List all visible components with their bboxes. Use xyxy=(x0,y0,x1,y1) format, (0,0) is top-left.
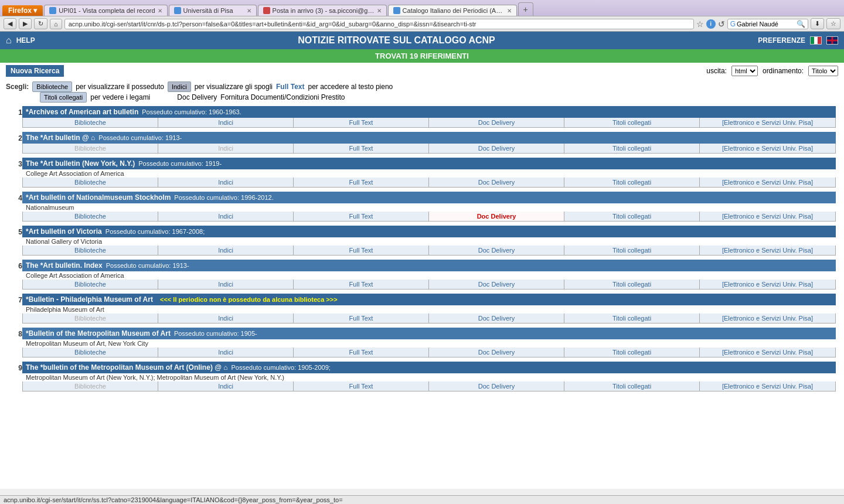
result-num-2: 2 xyxy=(6,132,22,142)
tab-close-1[interactable]: ✕ xyxy=(158,8,162,14)
action-cell-7-3[interactable]: Doc Delivery xyxy=(429,314,564,323)
action-cell-6-0[interactable]: Biblioteche xyxy=(23,280,158,289)
titoli-collegati-legend-btn[interactable]: Titoli collegati xyxy=(40,92,87,103)
main-header: ⌂ HELP NOTIZIE RITROVATE SUL CATALOGO AC… xyxy=(0,32,844,49)
home-nav-button[interactable]: ⌂ xyxy=(50,19,62,29)
action-cell-9-5[interactable]: [Elettronico e Servizi Univ. Pisa] xyxy=(700,382,835,391)
new-tab-button[interactable]: + xyxy=(518,2,533,16)
action-cell-8-5[interactable]: [Elettronico e Servizi Univ. Pisa] xyxy=(700,348,835,357)
result-title-link-2[interactable]: The *Art bulletin @ ⌂ xyxy=(26,134,95,142)
action-cell-4-1[interactable]: Indici xyxy=(158,212,294,221)
action-cell-6-3[interactable]: Doc Delivery xyxy=(429,280,564,289)
action-cell-3-5[interactable]: [Elettronico e Servizi Univ. Pisa] xyxy=(700,178,835,187)
action-cell-7-1[interactable]: Indici xyxy=(158,314,294,323)
action-cell-2-5[interactable]: [Elettronico e Servizi Univ. Pisa] xyxy=(700,144,835,153)
action-cell-2-4[interactable]: Titoli collegati xyxy=(564,144,700,153)
action-cell-1-3[interactable]: Doc Delivery xyxy=(429,118,564,127)
action-cell-8-0[interactable]: Biblioteche xyxy=(23,348,158,357)
action-cell-4-3[interactable]: Doc Delivery xyxy=(429,212,564,221)
search-input[interactable] xyxy=(737,21,795,28)
tab-close-3[interactable]: ✕ xyxy=(377,8,382,14)
info-icon[interactable]: i xyxy=(706,19,716,29)
star-icon[interactable]: ☆ xyxy=(696,19,704,29)
action-cell-6-5[interactable]: [Elettronico e Servizi Univ. Pisa] xyxy=(700,280,835,289)
action-cell-4-5[interactable]: [Elettronico e Servizi Univ. Pisa] xyxy=(700,212,835,221)
result-num-6: 6 xyxy=(6,260,22,270)
result-publisher-8: Metropolitan Museum of Art, New York Cit… xyxy=(22,339,836,348)
action-cell-8-4[interactable]: Titoli collegati xyxy=(564,348,700,357)
result-num-3: 3 xyxy=(6,158,22,168)
preferences-link[interactable]: PREFERENZE xyxy=(758,36,805,45)
biblioteche-legend-btn[interactable]: Biblioteche xyxy=(32,81,72,92)
home-icon[interactable]: ⌂ xyxy=(6,35,12,46)
action-cell-7-5[interactable]: [Elettronico e Servizi Univ. Pisa] xyxy=(700,314,835,323)
downloads-button[interactable]: ⬇ xyxy=(811,18,824,29)
action-cell-2-3[interactable]: Doc Delivery xyxy=(429,144,564,153)
action-cell-5-3[interactable]: Doc Delivery xyxy=(429,246,564,255)
action-cell-4-2[interactable]: Full Text xyxy=(294,212,429,221)
uscita-select[interactable]: html xyxy=(731,66,758,76)
tab-1[interactable]: UPI01 - Vista completa del record ✕ xyxy=(44,5,167,16)
english-flag[interactable] xyxy=(826,36,838,45)
address-bar[interactable] xyxy=(64,19,694,29)
action-cell-6-2[interactable]: Full Text xyxy=(294,280,429,289)
action-cell-5-0[interactable]: Biblioteche xyxy=(23,246,158,255)
accedere-text: per accedere al testo pieno xyxy=(308,83,393,91)
back-button[interactable]: ◀ xyxy=(4,18,16,29)
action-cell-1-0[interactable]: Biblioteche xyxy=(23,118,158,127)
result-title-row-5: *Art bulletin of Victoria Posseduto cumu… xyxy=(22,226,836,237)
result-title-link-9[interactable]: The *bulletin of the Metropolitan Museum… xyxy=(26,363,228,372)
indici-legend-btn[interactable]: Indici xyxy=(168,81,191,92)
tab-2[interactable]: Università di Pisa ✕ xyxy=(169,5,257,16)
firefox-menu[interactable]: Firefox ▾ xyxy=(2,5,43,16)
result-title-link-7[interactable]: *Bulletin - Philadelphia Museum of Art xyxy=(26,295,153,304)
tab-4[interactable]: Catalogo Italiano dei Periodici (ACNP...… xyxy=(388,5,517,16)
reload-icon[interactable]: ↺ xyxy=(718,19,725,29)
result-title-link-4[interactable]: *Art bulletin of Nationalmuseum Stockhol… xyxy=(26,193,171,202)
result-title-link-8[interactable]: *Bulletin of the Metropolitan Museum of … xyxy=(26,329,171,338)
action-cell-5-4[interactable]: Titoli collegati xyxy=(564,246,700,255)
action-cell-5-1[interactable]: Indici xyxy=(158,246,294,255)
new-search-button[interactable]: Nuova Ricerca xyxy=(6,65,64,77)
action-cell-8-1[interactable]: Indici xyxy=(158,348,294,357)
browser-chrome: Firefox ▾ UPI01 - Vista completa del rec… xyxy=(0,0,844,32)
action-cell-1-1[interactable]: Indici xyxy=(158,118,294,127)
tab-close-2[interactable]: ✕ xyxy=(247,8,251,14)
action-cell-9-3[interactable]: Doc Delivery xyxy=(429,382,564,391)
action-cell-9-2[interactable]: Full Text xyxy=(294,382,429,391)
action-cell-3-4[interactable]: Titoli collegati xyxy=(564,178,700,187)
action-cell-4-4[interactable]: Titoli collegati xyxy=(564,212,700,221)
search-submit-icon[interactable]: 🔍 xyxy=(797,20,805,28)
action-cell-7-2[interactable]: Full Text xyxy=(294,314,429,323)
action-cell-6-1[interactable]: Indici xyxy=(158,280,294,289)
action-cell-3-0[interactable]: Biblioteche xyxy=(23,178,158,187)
result-title-link-3[interactable]: The *Art bulletin (New York, N.Y.) xyxy=(26,159,135,168)
action-cell-5-5[interactable]: [Elettronico e Servizi Univ. Pisa] xyxy=(700,246,835,255)
action-cell-4-0[interactable]: Biblioteche xyxy=(23,212,158,221)
action-cell-1-2[interactable]: Full Text xyxy=(294,118,429,127)
action-cell-3-1[interactable]: Indici xyxy=(158,178,294,187)
refresh-button[interactable]: ↻ xyxy=(34,18,47,29)
action-cell-8-3[interactable]: Doc Delivery xyxy=(429,348,564,357)
action-cell-2-2[interactable]: Full Text xyxy=(294,144,429,153)
forward-button[interactable]: ▶ xyxy=(19,18,32,29)
tab-3[interactable]: Posta in arrivo (3) - sa.picconi@gmail..… xyxy=(258,5,387,16)
tab-close-4[interactable]: ✕ xyxy=(507,8,512,14)
action-cell-9-1[interactable]: Indici xyxy=(158,382,294,391)
action-cell-5-2[interactable]: Full Text xyxy=(294,246,429,255)
ordinamento-select[interactable]: Titolo xyxy=(808,66,838,76)
action-cell-7-4[interactable]: Titoli collegati xyxy=(564,314,700,323)
help-link[interactable]: HELP xyxy=(16,36,35,45)
action-cell-1-4[interactable]: Titoli collegati xyxy=(564,118,700,127)
bookmarks-button[interactable]: ☆ xyxy=(826,18,840,29)
action-cell-9-4[interactable]: Titoli collegati xyxy=(564,382,700,391)
action-cell-8-2[interactable]: Full Text xyxy=(294,348,429,357)
result-title-link-5[interactable]: *Art bulletin of Victoria xyxy=(26,227,102,236)
italian-flag[interactable] xyxy=(810,36,822,45)
action-cell-3-3[interactable]: Doc Delivery xyxy=(429,178,564,187)
action-cell-6-4[interactable]: Titoli collegati xyxy=(564,280,700,289)
action-cell-1-5[interactable]: [Elettronico e Servizi Univ. Pisa] xyxy=(700,118,835,127)
result-title-link-1[interactable]: *Archives of American art bulletin xyxy=(26,108,138,116)
action-cell-3-2[interactable]: Full Text xyxy=(294,178,429,187)
result-title-link-6[interactable]: The *Art bulletin. Index xyxy=(26,261,103,270)
